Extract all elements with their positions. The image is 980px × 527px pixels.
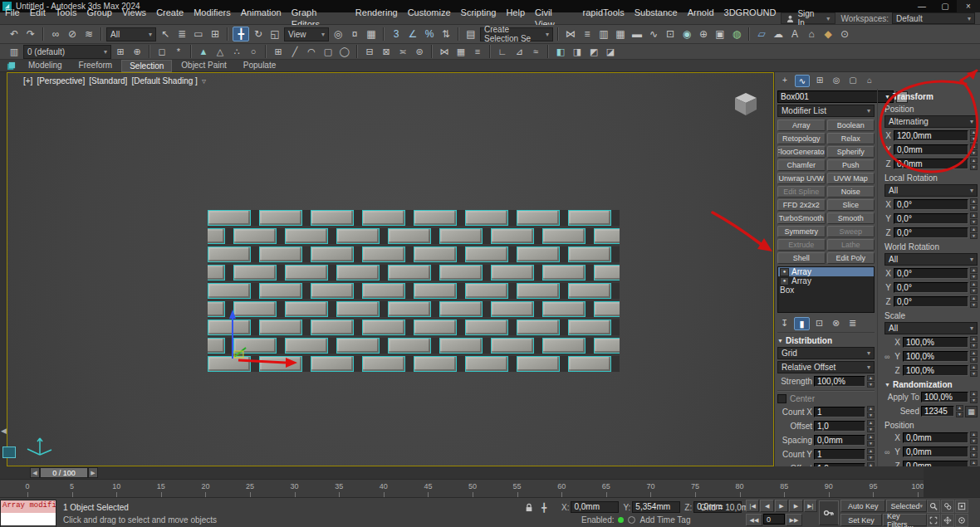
zoom-all-icon[interactable] bbox=[941, 500, 954, 513]
align-icon[interactable]: ≡ bbox=[580, 27, 595, 41]
current-frame-field[interactable]: 0 bbox=[763, 514, 785, 525]
create-tab-icon[interactable]: + bbox=[778, 75, 791, 85]
transform-rollout-header[interactable]: ▼ Transform bbox=[884, 92, 978, 101]
create-new-layer-icon[interactable]: ⊞ bbox=[113, 46, 128, 57]
freeze-selection-icon[interactable]: * bbox=[171, 46, 186, 57]
viewport-label-segment-1[interactable]: [Perspective] bbox=[37, 76, 85, 85]
seed-options-icon[interactable]: ▦ bbox=[965, 406, 978, 417]
scale-x-field[interactable]: 100,0% bbox=[903, 337, 968, 348]
world-rotation-mode-dropdown[interactable]: All ▾ bbox=[884, 253, 978, 266]
scale-y-spinner[interactable]: ▲▼ bbox=[970, 350, 978, 363]
position-y-spinner[interactable]: ▲▼ bbox=[970, 144, 978, 156]
offset-1-field[interactable]: 1,0 bbox=[814, 421, 865, 432]
count-y-3-field[interactable]: 1 bbox=[814, 449, 865, 460]
add-time-tag-button[interactable]: Add Time Tag bbox=[639, 515, 690, 525]
strength-field[interactable]: 100,0% bbox=[814, 376, 865, 387]
world-rotation-z-spinner[interactable]: ▲▼ bbox=[970, 295, 978, 308]
selection-set-dropdown[interactable]: Selected ▾ bbox=[886, 500, 927, 512]
play-button[interactable]: ▶ bbox=[775, 500, 788, 512]
viewport-filter-icon[interactable]: ▿ bbox=[202, 76, 206, 85]
listener-script-line[interactable] bbox=[1, 513, 56, 525]
normal-align-icon[interactable]: ⊿ bbox=[512, 46, 527, 57]
select-by-name-icon[interactable]: ≣ bbox=[174, 27, 189, 41]
attach-icon[interactable]: ⊟ bbox=[362, 46, 377, 57]
viewport-layout-tab[interactable] bbox=[2, 446, 16, 458]
show-end-result-icon[interactable]: ▮ bbox=[794, 317, 810, 330]
array-tool-icon[interactable]: ▦ bbox=[453, 46, 468, 57]
hierarchy-tab-icon[interactable]: ⊞ bbox=[813, 75, 826, 85]
scene-explorer-toggle-icon[interactable]: ▥ bbox=[7, 46, 22, 57]
viewport-label-segment-2[interactable]: [Standard] bbox=[89, 76, 127, 85]
spacing-tool-icon[interactable]: ≡ bbox=[470, 46, 485, 57]
modifier-button-smooth[interactable]: Smooth bbox=[827, 212, 875, 224]
stack-item-array[interactable]: ●Array bbox=[778, 267, 874, 276]
modifier-button-symmetry[interactable]: Symmetry bbox=[777, 226, 826, 237]
local-rotation-z-spinner[interactable]: ▲▼ bbox=[970, 227, 978, 239]
minimize-button[interactable]: — bbox=[910, 0, 933, 12]
spacing-2-field[interactable]: 0,0mm bbox=[814, 435, 865, 446]
modifier-button-array[interactable]: Array bbox=[777, 120, 826, 131]
toggle-scene-explorer-icon[interactable]: ▥ bbox=[596, 27, 611, 41]
sign-in-button[interactable]: Sign In ▾ bbox=[781, 12, 835, 24]
pan-icon[interactable] bbox=[941, 514, 954, 527]
scale-z-spinner[interactable]: ▲▼ bbox=[970, 364, 978, 377]
modifier-button-relax[interactable]: Relax bbox=[827, 133, 875, 144]
graphite-vertex-icon[interactable]: ∴ bbox=[229, 46, 244, 57]
position-z-spinner[interactable]: ▲▼ bbox=[970, 158, 978, 170]
percent-snap-toggle-icon[interactable]: % bbox=[422, 27, 437, 41]
go-to-start[interactable]: |◀ bbox=[746, 500, 759, 512]
draw-box-icon[interactable]: ▢ bbox=[321, 46, 336, 57]
toggle-layer-explorer-icon[interactable]: ▦ bbox=[613, 27, 628, 41]
modifier-button-turbosmooth[interactable]: TurboSmooth bbox=[777, 212, 826, 224]
randomization-rollout-header[interactable]: ▼ Randomization bbox=[884, 380, 978, 389]
position-y-field[interactable]: 0,0mm bbox=[894, 144, 968, 155]
time-slider-handle[interactable]: 0 / 100 bbox=[40, 467, 88, 478]
ribbon-tab-populate[interactable]: Populate bbox=[236, 60, 283, 72]
restore-button[interactable]: ▢ bbox=[933, 0, 957, 12]
extra-tool-icon[interactable]: ⊙ bbox=[837, 27, 852, 41]
modifier-button-floorgenerator[interactable]: FloorGenerator bbox=[777, 146, 826, 158]
viewport-label-segment-3[interactable]: [Default Shading ] bbox=[131, 76, 198, 85]
select-and-move-icon[interactable]: ╋ bbox=[233, 27, 249, 41]
ribbon-tab-selection[interactable]: Selection bbox=[121, 60, 172, 72]
local-rotation-x-spinner[interactable]: ▲▼ bbox=[970, 198, 978, 211]
close-button[interactable]: × bbox=[957, 0, 980, 12]
ribbon-tab-modeling[interactable]: Modeling bbox=[21, 60, 70, 72]
stack-item-array[interactable]: ●Array bbox=[778, 276, 874, 285]
layer-dropdown[interactable]: 0 (default)▾ bbox=[23, 45, 111, 59]
scale-mode-dropdown[interactable]: All ▾ bbox=[884, 322, 978, 334]
world-rotation-z-field[interactable]: 0,0° bbox=[894, 296, 968, 307]
distribution-mode-dropdown[interactable]: Grid ▾ bbox=[777, 347, 875, 359]
set-key-button[interactable]: Set Key bbox=[840, 514, 882, 526]
pin-stack-icon[interactable]: ↧ bbox=[777, 317, 791, 329]
bridge-icon[interactable]: ≍ bbox=[395, 46, 410, 57]
rectangular-selection-region-icon[interactable]: ▭ bbox=[191, 27, 206, 41]
select-object-icon[interactable]: ↖ bbox=[158, 27, 173, 41]
rendered-frame-window-icon[interactable]: ▣ bbox=[713, 27, 728, 41]
center-checkbox[interactable] bbox=[777, 394, 786, 403]
state-sets-icon[interactable]: ▱ bbox=[754, 27, 769, 41]
add-selection-to-layer-icon[interactable]: ⊕ bbox=[130, 46, 145, 57]
world-rotation-y-field[interactable]: 0,0° bbox=[894, 282, 968, 293]
select-and-manipulate-icon[interactable]: ¤ bbox=[347, 27, 362, 41]
render-production-icon[interactable]: ◍ bbox=[729, 27, 744, 41]
random-position-x-field[interactable]: 0,0mm bbox=[903, 432, 968, 443]
scale-y-field[interactable]: 100,0% bbox=[903, 351, 968, 362]
next-key-button[interactable]: ▶▶ bbox=[786, 514, 802, 526]
modifier-button-boolean[interactable]: Boolean bbox=[827, 120, 875, 131]
weld-icon[interactable]: ⊚ bbox=[412, 46, 427, 57]
next-frame-nub[interactable]: ▶ bbox=[88, 467, 98, 478]
configure-modifier-sets-icon[interactable]: ≣ bbox=[845, 317, 860, 329]
modifier-button-retopology[interactable]: Retopology bbox=[777, 133, 826, 144]
display-tab-icon[interactable]: ▢ bbox=[846, 75, 860, 85]
render-in-cloud-icon[interactable]: ☁ bbox=[771, 27, 786, 41]
workspace-dropdown[interactable]: Default ▾ bbox=[892, 12, 975, 24]
undo-icon[interactable]: ↶ bbox=[7, 27, 22, 41]
maxscript-mini-listener[interactable]: Array modifi bbox=[0, 500, 56, 527]
curve-editor-icon[interactable]: ∿ bbox=[646, 27, 661, 41]
schematic-view-icon[interactable]: ⊡ bbox=[663, 27, 678, 41]
modifier-button-uvw-map[interactable]: UVW Map bbox=[827, 173, 875, 184]
render-setup-icon[interactable]: ⊕ bbox=[696, 27, 711, 41]
select-and-rotate-icon[interactable]: ↻ bbox=[251, 27, 266, 41]
arnold-render-icon[interactable]: A bbox=[787, 27, 802, 41]
